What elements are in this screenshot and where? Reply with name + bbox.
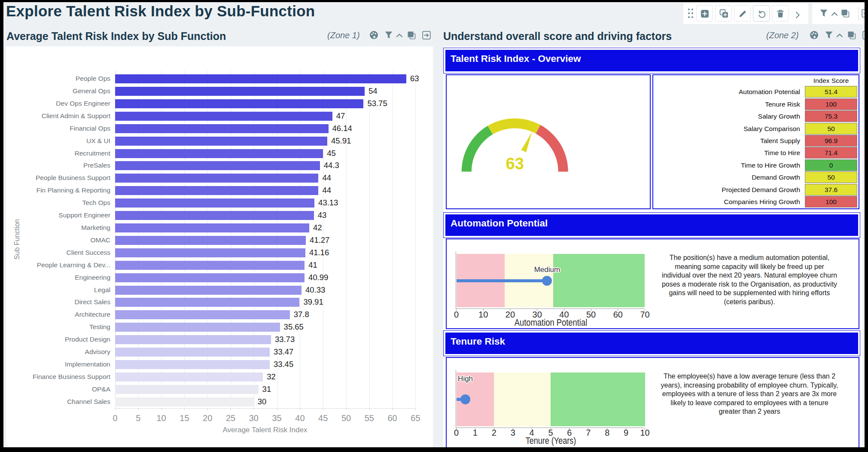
svg-text:63: 63 bbox=[506, 155, 524, 173]
